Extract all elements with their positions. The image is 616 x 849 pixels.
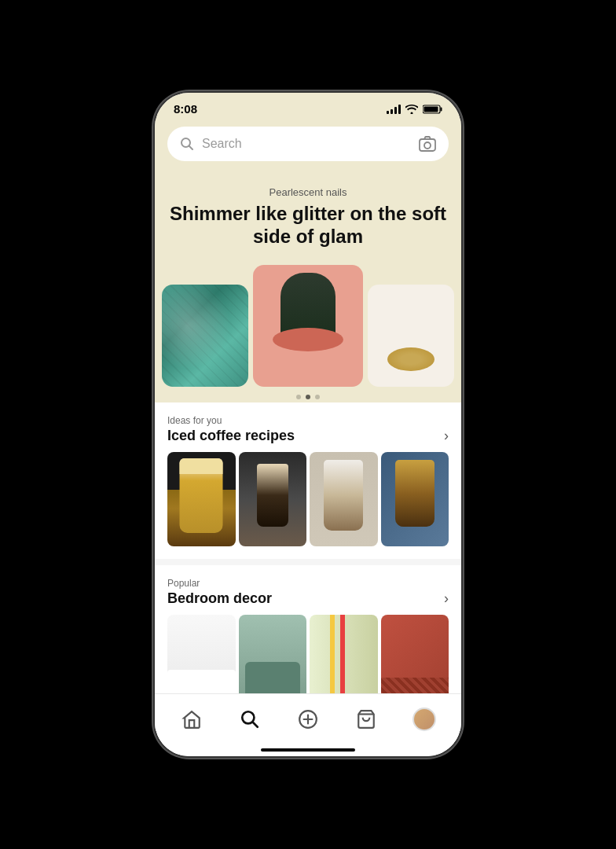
- svg-rect-1: [441, 107, 442, 111]
- bedroom-section: Popular Bedroom decor ›: [155, 565, 461, 709]
- section2-title: Bedroom decor: [167, 590, 272, 607]
- bottom-nav: [155, 693, 461, 756]
- shop-icon: [356, 709, 376, 730]
- search-icon: [180, 137, 194, 151]
- nav-search[interactable]: [230, 702, 270, 737]
- section1-chevron[interactable]: ›: [444, 428, 449, 444]
- hero-images: [167, 261, 449, 387]
- signal-icon: [387, 105, 401, 114]
- hero-subtitle: Pearlescent nails: [167, 186, 449, 198]
- coffee-image-row: [167, 452, 449, 546]
- hero-image-center[interactable]: [253, 265, 363, 387]
- section2-chevron[interactable]: ›: [444, 590, 449, 607]
- hero-title: Shimmer like glitter on the soft side of…: [167, 203, 449, 248]
- dot-3[interactable]: [315, 395, 320, 399]
- section1-meta: Ideas for you: [167, 415, 449, 426]
- svg-point-6: [424, 142, 431, 149]
- nav-profile[interactable]: [405, 702, 444, 737]
- dot-2[interactable]: [306, 395, 310, 399]
- section2-header[interactable]: Bedroom decor ›: [167, 590, 449, 607]
- carousel-dots: [155, 387, 461, 402]
- iced-coffee-section: Ideas for you Iced coffee recipes ›: [155, 402, 461, 546]
- home-indicator: [261, 748, 355, 752]
- svg-rect-2: [424, 106, 438, 112]
- section-divider: [155, 559, 461, 565]
- coffee-image-4[interactable]: [381, 452, 449, 546]
- svg-line-8: [253, 722, 258, 726]
- battery-icon: [423, 105, 442, 114]
- nav-search-icon: [240, 709, 260, 730]
- section2-meta: Popular: [167, 578, 449, 589]
- add-icon: [298, 709, 318, 730]
- nav-shop[interactable]: [346, 702, 386, 737]
- search-bar[interactable]: Search: [167, 127, 449, 161]
- status-icons: [387, 105, 442, 114]
- search-input[interactable]: Search: [202, 137, 411, 151]
- section1-title: Iced coffee recipes: [167, 428, 295, 444]
- nav-add[interactable]: [288, 702, 328, 737]
- avatar[interactable]: [412, 708, 436, 731]
- home-icon: [182, 709, 202, 730]
- section1-header[interactable]: Iced coffee recipes ›: [167, 428, 449, 444]
- time: 8:08: [174, 102, 197, 116]
- dot-1[interactable]: [296, 395, 301, 399]
- hero-image-left[interactable]: [162, 285, 248, 387]
- coffee-image-1[interactable]: [167, 452, 236, 546]
- phone-frame: 8:08: [155, 93, 461, 756]
- wifi-icon: [405, 105, 418, 114]
- search-area: Search: [155, 120, 461, 174]
- coffee-image-3[interactable]: [310, 452, 378, 546]
- nav-home[interactable]: [172, 702, 211, 737]
- camera-icon[interactable]: [419, 136, 436, 152]
- coffee-image-2[interactable]: [239, 452, 307, 546]
- svg-line-4: [189, 146, 193, 150]
- status-bar: 8:08: [155, 93, 461, 120]
- hero-image-right[interactable]: [368, 285, 454, 387]
- hero-section: Pearlescent nails Shimmer like glitter o…: [155, 174, 461, 387]
